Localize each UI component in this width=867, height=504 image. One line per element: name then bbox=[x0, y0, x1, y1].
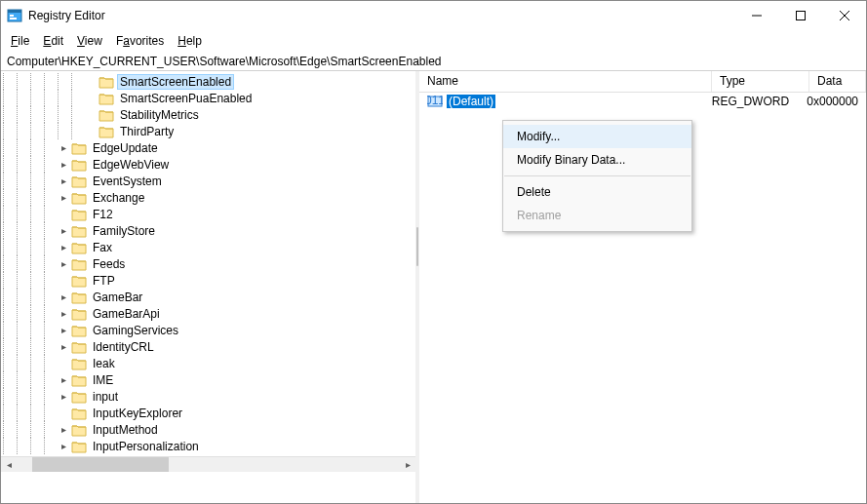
menu-edit[interactable]: Edit bbox=[37, 32, 69, 50]
maximize-button[interactable] bbox=[778, 1, 822, 30]
tree-item-eventsystem[interactable]: ▸EventSystem bbox=[3, 173, 415, 189]
folder-icon bbox=[71, 291, 87, 304]
tree-item-label: input bbox=[91, 390, 120, 404]
folder-icon bbox=[71, 141, 87, 155]
menu-file[interactable]: File bbox=[5, 32, 35, 50]
value-type: REG_DWORD bbox=[704, 94, 800, 109]
folder-icon bbox=[99, 108, 114, 122]
tree-item-inputmethod[interactable]: ▸InputMethod bbox=[3, 421, 415, 438]
chevron-right-icon[interactable]: ▸ bbox=[58, 242, 69, 253]
svg-rect-1 bbox=[8, 10, 21, 13]
tree-item-label: Fax bbox=[91, 241, 114, 254]
chevron-right-icon[interactable]: ▸ bbox=[58, 424, 69, 436]
folder-icon bbox=[71, 174, 87, 188]
value-name: (Default) bbox=[447, 95, 495, 108]
main-split: ▸SmartScreenEnabled▸SmartScreenPuaEnable… bbox=[1, 71, 866, 503]
context-menu-rename: Rename bbox=[503, 204, 691, 227]
tree-item-label: IME bbox=[91, 373, 115, 387]
tree-item-label: Exchange bbox=[91, 191, 146, 205]
tree-pane[interactable]: ▸SmartScreenEnabled▸SmartScreenPuaEnable… bbox=[1, 71, 415, 503]
list-body[interactable]: 011(Default)REG_DWORD0x000000 Modify...M… bbox=[419, 93, 866, 503]
tree-item-input[interactable]: ▸input bbox=[3, 388, 415, 405]
tree-item-label: StabilityMetrics bbox=[118, 108, 201, 122]
scroll-left-icon[interactable]: ◂ bbox=[1, 457, 17, 472]
folder-icon bbox=[99, 75, 114, 89]
folder-icon bbox=[71, 224, 87, 238]
tree-item-smartscreenpuaenabled[interactable]: ▸SmartScreenPuaEnabled bbox=[3, 90, 415, 106]
chevron-right-icon[interactable]: ▸ bbox=[58, 142, 69, 154]
window-title: Registry Editor bbox=[28, 9, 105, 22]
value-row[interactable]: 011(Default)REG_DWORD0x000000 bbox=[419, 93, 866, 110]
folder-icon bbox=[71, 340, 87, 354]
tree-item-label: SmartScreenPuaEnabled bbox=[118, 92, 254, 105]
scroll-right-icon[interactable]: ▸ bbox=[400, 457, 415, 472]
chevron-right-icon[interactable]: ▸ bbox=[58, 159, 69, 171]
tree-item-familystore[interactable]: ▸FamilyStore bbox=[3, 222, 415, 239]
folder-icon bbox=[71, 241, 87, 254]
tree-item-ftp[interactable]: ▸FTP bbox=[3, 272, 415, 289]
tree-item-edgeupdate[interactable]: ▸EdgeUpdate bbox=[3, 139, 415, 156]
tree-item-ieak[interactable]: ▸Ieak bbox=[3, 355, 415, 371]
context-menu: Modify...Modify Binary Data...DeleteRena… bbox=[502, 120, 692, 232]
chevron-right-icon[interactable]: ▸ bbox=[58, 291, 69, 303]
minimize-button[interactable] bbox=[734, 1, 778, 30]
folder-icon bbox=[71, 257, 87, 271]
menu-help[interactable]: Help bbox=[172, 32, 208, 50]
tree-item-inputkeyexplorer[interactable]: ▸InputKeyExplorer bbox=[3, 405, 415, 421]
tree-item-label: InputPersonalization bbox=[91, 440, 201, 453]
chevron-right-icon[interactable]: ▸ bbox=[58, 225, 69, 237]
tree-horizontal-scrollbar[interactable]: ◂ ▸ bbox=[1, 456, 415, 472]
tree-item-label: FamilyStore bbox=[91, 224, 157, 238]
close-button[interactable] bbox=[822, 1, 866, 30]
context-menu-modify-binary-data[interactable]: Modify Binary Data... bbox=[503, 148, 691, 172]
context-menu-delete[interactable]: Delete bbox=[503, 180, 691, 204]
tree-item-label: InputMethod bbox=[91, 423, 160, 437]
context-menu-modify[interactable]: Modify... bbox=[503, 125, 691, 148]
column-header-name[interactable]: Name bbox=[419, 71, 712, 92]
tree-item-thirdparty[interactable]: ▸ThirdParty bbox=[3, 123, 415, 139]
chevron-right-icon[interactable]: ▸ bbox=[58, 175, 69, 187]
tree-item-label: GamingServices bbox=[91, 324, 180, 337]
tree-item-label: Ieak bbox=[91, 357, 117, 370]
menubar: FileEditViewFavoritesHelp bbox=[1, 30, 866, 52]
folder-icon bbox=[71, 407, 87, 420]
chevron-right-icon[interactable]: ▸ bbox=[58, 441, 69, 452]
tree-item-label: GameBar bbox=[91, 291, 144, 304]
values-pane: Name Type Data 011(Default)REG_DWORD0x00… bbox=[419, 71, 866, 503]
menu-view[interactable]: View bbox=[71, 32, 108, 50]
chevron-right-icon[interactable]: ▸ bbox=[58, 192, 69, 204]
tree-item-identitycrl[interactable]: ▸IdentityCRL bbox=[3, 338, 415, 355]
chevron-right-icon[interactable]: ▸ bbox=[58, 308, 69, 320]
folder-icon bbox=[71, 324, 87, 337]
tree-item-stabilitymetrics[interactable]: ▸StabilityMetrics bbox=[3, 106, 415, 123]
tree-item-ime[interactable]: ▸IME bbox=[3, 371, 415, 388]
folder-icon bbox=[71, 158, 87, 172]
column-header-type[interactable]: Type bbox=[712, 71, 809, 92]
list-header[interactable]: Name Type Data bbox=[419, 71, 866, 93]
chevron-right-icon[interactable]: ▸ bbox=[58, 325, 69, 336]
tree-item-edgewebview[interactable]: ▸EdgeWebView bbox=[3, 156, 415, 173]
chevron-right-icon[interactable]: ▸ bbox=[58, 341, 69, 353]
column-header-data[interactable]: Data bbox=[809, 71, 866, 92]
tree-item-label: F12 bbox=[91, 208, 115, 221]
folder-icon bbox=[71, 373, 87, 387]
menu-favorites[interactable]: Favorites bbox=[110, 32, 170, 50]
scroll-thumb[interactable] bbox=[32, 457, 169, 472]
titlebar[interactable]: Registry Editor bbox=[1, 1, 866, 30]
chevron-right-icon[interactable]: ▸ bbox=[58, 391, 69, 403]
tree-item-feeds[interactable]: ▸Feeds bbox=[3, 255, 415, 272]
chevron-right-icon[interactable]: ▸ bbox=[58, 374, 69, 386]
tree-item-label: FTP bbox=[91, 274, 117, 288]
tree-item-f12[interactable]: ▸F12 bbox=[3, 206, 415, 222]
tree-item-fax[interactable]: ▸Fax bbox=[3, 239, 415, 255]
tree-item-label: EdgeWebView bbox=[91, 158, 171, 172]
tree-item-label: SmartScreenEnabled bbox=[118, 75, 233, 89]
chevron-right-icon[interactable]: ▸ bbox=[58, 258, 69, 270]
tree-item-smartscreenenabled[interactable]: ▸SmartScreenEnabled bbox=[3, 73, 415, 90]
tree-item-inputpersonalization[interactable]: ▸InputPersonalization bbox=[3, 438, 415, 454]
tree-item-exchange[interactable]: ▸Exchange bbox=[3, 189, 415, 206]
address-bar[interactable]: Computer\HKEY_CURRENT_USER\Software\Micr… bbox=[1, 52, 866, 71]
tree-item-gamingservices[interactable]: ▸GamingServices bbox=[3, 322, 415, 338]
tree-item-gamebarapi[interactable]: ▸GameBarApi bbox=[3, 305, 415, 322]
tree-item-gamebar[interactable]: ▸GameBar bbox=[3, 289, 415, 305]
